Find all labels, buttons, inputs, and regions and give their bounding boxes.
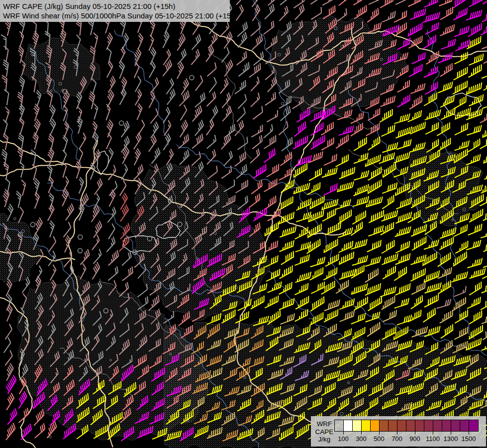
legend-swatch: [451, 420, 460, 431]
legend-tick: [415, 432, 415, 435]
title-line-cape: WRF CAPE (J/kg) Sunday 05-10-2025 21:00 …: [3, 1, 230, 11]
legend-color-scale: [334, 420, 479, 432]
legend-swatch: [433, 420, 442, 431]
legend-tick: [433, 432, 433, 435]
wrf-weather-map-page: WRF CAPE (J/kg) Sunday 05-10-2025 21:00 …: [0, 0, 487, 448]
legend-swatch: [469, 420, 478, 431]
legend-tick: [361, 432, 362, 435]
legend-swatch: [380, 420, 389, 431]
legend-tick: [397, 432, 397, 435]
legend-label-cape: CAPE: [314, 428, 335, 436]
title-line-shear: WRF Wind shear (m/s) 500/1000hPa Sunday …: [3, 11, 230, 20]
legend-swatch: [397, 420, 406, 431]
legend-swatch: [371, 420, 380, 431]
legend-tick: [469, 432, 469, 435]
legend-swatch: [389, 420, 397, 431]
legend-swatch: [344, 420, 353, 431]
legend-tick-label: 1500: [458, 435, 480, 443]
legend-swatch: [415, 420, 424, 431]
legend-swatch: [442, 420, 451, 431]
legend-swatch: [424, 420, 433, 431]
legend-swatch: [362, 420, 371, 431]
legend-swatch: [460, 420, 469, 431]
legend-swatch: [335, 420, 344, 431]
legend-tick: [451, 432, 451, 435]
legend-label-wrf: WRF: [314, 420, 335, 428]
legend-swatch: [353, 420, 362, 431]
legend-swatch: [406, 420, 415, 431]
legend-tick: [343, 432, 344, 435]
weather-map-canvas: [0, 0, 487, 448]
title-box: WRF CAPE (J/kg) Sunday 05-10-2025 21:00 …: [0, 0, 230, 22]
legend-label-unit: J/kg: [314, 436, 335, 443]
legend-tick: [379, 432, 380, 435]
cape-legend: WRF CAPE J/kg 10030050070090011001300150…: [311, 416, 486, 447]
